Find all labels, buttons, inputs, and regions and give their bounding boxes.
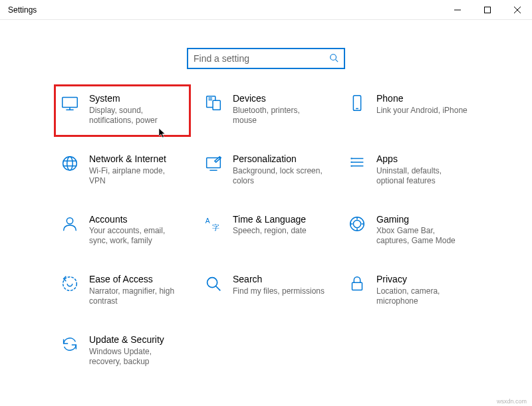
category-text: PrivacyLocation, camera, microphone <box>376 274 469 306</box>
category-title: Apps <box>376 153 469 165</box>
svg-rect-26 <box>351 165 352 167</box>
category-desc: Your accounts, email, sync, work, family <box>89 226 182 246</box>
category-title: Network & Internet <box>89 153 182 165</box>
svg-rect-6 <box>63 98 78 108</box>
category-desc: Uninstall, defaults, optional features <box>376 166 469 186</box>
titlebar: Settings <box>0 0 532 20</box>
svg-point-16 <box>67 156 72 170</box>
svg-point-15 <box>63 156 77 170</box>
category-apps[interactable]: AppsUninstall, defaults, optional featur… <box>346 151 473 189</box>
search-box[interactable] <box>187 48 345 69</box>
close-icon <box>514 7 521 13</box>
svg-rect-25 <box>351 161 352 163</box>
category-desc: Location, camera, microphone <box>376 286 469 306</box>
minimize-icon <box>454 7 461 13</box>
category-text: Time & LanguageSpeech, region, date <box>233 214 307 237</box>
category-update[interactable]: Update & SecurityWindows Update, recover… <box>59 332 186 369</box>
privacy-icon <box>347 274 367 294</box>
category-text: Update & SecurityWindows Update, recover… <box>89 334 182 367</box>
svg-point-36 <box>63 277 77 291</box>
category-title: Privacy <box>376 274 469 285</box>
watermark: wsxdn.com <box>497 398 527 405</box>
ease-icon <box>60 274 80 294</box>
apps-icon <box>347 153 367 173</box>
accounts-icon <box>60 214 80 234</box>
svg-text:字: 字 <box>212 223 219 231</box>
svg-line-5 <box>336 59 338 62</box>
category-title: Gaming <box>376 214 469 225</box>
category-accounts[interactable]: AccountsYour accounts, email, sync, work… <box>59 211 186 249</box>
maximize-button[interactable] <box>472 0 502 20</box>
category-desc: Speech, region, date <box>233 226 307 236</box>
categories-grid: SystemDisplay, sound, notifications, pow… <box>0 69 532 369</box>
window-controls <box>442 0 532 19</box>
category-desc: Display, sound, notifications, power <box>89 106 182 126</box>
search-input[interactable] <box>194 53 329 64</box>
system-icon <box>60 93 80 113</box>
category-title: Phone <box>376 93 467 104</box>
category-title: Personalization <box>233 153 326 165</box>
category-title: Ease of Access <box>89 274 182 285</box>
svg-line-38 <box>216 286 221 291</box>
category-text: AppsUninstall, defaults, optional featur… <box>376 153 469 186</box>
category-title: Time & Language <box>233 214 307 225</box>
search-icon <box>329 53 338 64</box>
category-privacy[interactable]: PrivacyLocation, camera, microphone <box>346 271 473 309</box>
category-text: PhoneLink your Android, iPhone <box>376 93 467 116</box>
category-desc: Narrator, magnifier, high contrast <box>89 286 182 306</box>
search-container <box>0 48 532 69</box>
gaming-icon <box>347 214 367 234</box>
time-icon: A字 <box>203 214 223 234</box>
svg-text:A: A <box>205 217 210 225</box>
svg-point-4 <box>331 54 336 60</box>
category-desc: Windows Update, recovery, backup <box>89 347 182 367</box>
category-search-cat[interactable]: SearchFind my files, permissions <box>202 271 330 309</box>
category-text: SystemDisplay, sound, notifications, pow… <box>89 93 182 126</box>
category-gaming[interactable]: GamingXbox Game Bar, captures, Game Mode <box>346 211 473 249</box>
network-icon <box>60 153 80 173</box>
category-ease[interactable]: Ease of AccessNarrator, magnifier, high … <box>59 271 186 309</box>
category-desc: Wi-Fi, airplane mode, VPN <box>89 166 182 186</box>
category-text: DevicesBluetooth, printers, mouse <box>233 93 326 126</box>
category-title: Accounts <box>89 214 182 225</box>
category-title: Update & Security <box>89 334 182 346</box>
category-text: Ease of AccessNarrator, magnifier, high … <box>89 274 182 306</box>
category-desc: Link your Android, iPhone <box>376 106 467 116</box>
svg-point-27 <box>66 217 72 223</box>
category-title: System <box>89 93 182 104</box>
maximize-icon <box>484 7 491 13</box>
svg-rect-24 <box>351 157 352 159</box>
category-devices[interactable]: DevicesBluetooth, printers, mouse <box>202 90 330 128</box>
svg-rect-19 <box>207 157 221 167</box>
category-desc: Background, lock screen, colors <box>233 166 326 186</box>
search-cat-icon <box>203 274 223 294</box>
category-personalization[interactable]: PersonalizationBackground, lock screen, … <box>202 151 330 189</box>
devices-icon <box>203 93 223 113</box>
window-title: Settings <box>8 5 37 15</box>
close-button[interactable] <box>502 0 532 20</box>
category-title: Devices <box>233 93 326 104</box>
svg-rect-1 <box>484 7 490 13</box>
category-network[interactable]: Network & InternetWi-Fi, airplane mode, … <box>59 151 186 189</box>
category-phone[interactable]: PhoneLink your Android, iPhone <box>346 90 473 128</box>
category-text: GamingXbox Game Bar, captures, Game Mode <box>376 214 469 247</box>
category-time[interactable]: A字Time & LanguageSpeech, region, date <box>202 211 330 249</box>
category-desc: Bluetooth, printers, mouse <box>233 106 326 126</box>
category-system[interactable]: SystemDisplay, sound, notifications, pow… <box>54 84 191 137</box>
minimize-button[interactable] <box>442 0 472 20</box>
svg-point-37 <box>207 278 217 288</box>
category-text: Network & InternetWi-Fi, airplane mode, … <box>89 153 182 186</box>
category-text: AccountsYour accounts, email, sync, work… <box>89 214 182 247</box>
category-text: SearchFind my files, permissions <box>233 274 325 296</box>
category-title: Search <box>233 274 325 285</box>
personalization-icon <box>203 153 223 173</box>
svg-point-31 <box>353 220 360 227</box>
category-desc: Xbox Game Bar, captures, Game Mode <box>376 226 469 246</box>
phone-icon <box>347 93 367 113</box>
category-desc: Find my files, permissions <box>233 286 325 296</box>
svg-rect-39 <box>352 283 362 290</box>
category-text: PersonalizationBackground, lock screen, … <box>233 153 326 186</box>
svg-rect-10 <box>213 100 220 110</box>
update-icon <box>60 334 80 354</box>
